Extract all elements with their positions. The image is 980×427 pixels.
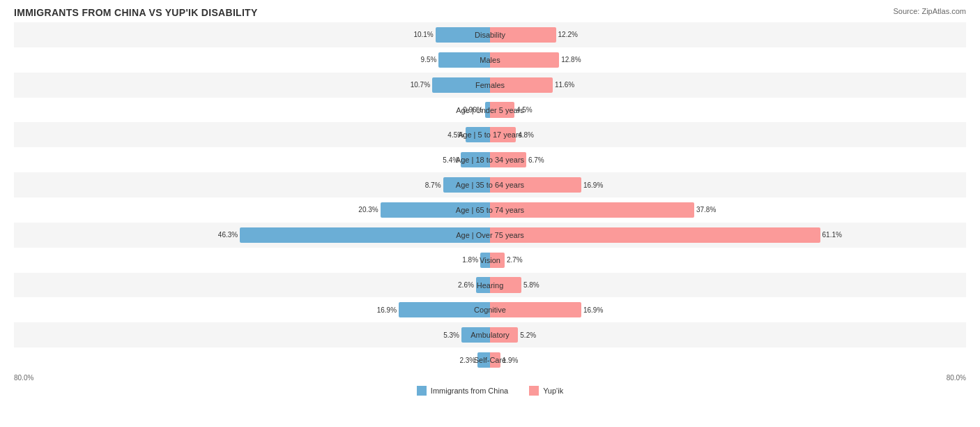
val-yupik: 16.9% <box>583 306 603 314</box>
bar-china <box>381 202 490 218</box>
val-yupik: 12.2% <box>558 31 578 38</box>
yupik-label: Yup'ik <box>543 387 563 395</box>
china-label: Immigrants from China <box>431 387 508 395</box>
chart-row: 10.7% Females 11.6% <box>14 73 966 98</box>
val-china: 4.5% <box>447 131 464 139</box>
val-china: 2.6% <box>458 281 474 289</box>
bar-yupik <box>490 27 556 43</box>
chart-row: 5.3% Ambulatory 5.2% <box>14 322 966 347</box>
val-yupik: 6.7% <box>528 156 544 164</box>
axis-left: 80.0% <box>14 374 33 382</box>
bar-yupik <box>490 352 500 368</box>
bar-china <box>476 277 490 292</box>
legend-china: Immigrants from China <box>417 386 508 396</box>
val-yupik: 1.9% <box>503 357 519 364</box>
bar-china <box>399 302 490 317</box>
val-yupik: 5.8% <box>523 281 539 289</box>
bar-yupik <box>490 177 581 193</box>
val-china: 46.3% <box>218 231 238 239</box>
yupik-swatch <box>529 386 539 396</box>
val-yupik: 12.8% <box>561 56 581 63</box>
bar-yupik <box>490 152 526 167</box>
chart-row: 5.4% Age | 18 to 34 years 6.7% <box>14 147 966 172</box>
bar-yupik <box>490 302 581 317</box>
val-yupik: 37.8% <box>696 206 716 214</box>
bar-yupik <box>490 253 505 268</box>
val-yupik: 4.8% <box>518 131 534 139</box>
chart-title: IMMIGRANTS FROM CHINA VS YUP'IK DISABILI… <box>14 7 966 18</box>
chart-row: 2.6% Hearing 5.8% <box>14 273 966 298</box>
bar-china <box>477 352 490 368</box>
val-china: 16.9% <box>377 306 397 314</box>
chart-row: 10.1% Disability 12.2% <box>14 22 966 47</box>
bar-yupik <box>490 77 553 93</box>
bar-yupik <box>490 202 694 218</box>
legend-yupik: Yup'ik <box>529 386 563 396</box>
val-china: 0.96% <box>463 106 482 114</box>
val-china: 1.8% <box>462 256 478 264</box>
val-yupik: 61.1% <box>822 231 842 239</box>
val-yupik: 16.9% <box>583 181 603 189</box>
val-china: 5.3% <box>443 331 459 339</box>
val-yupik: 4.5% <box>516 106 533 114</box>
bottom-section: 80.0% 80.0% Immigrants from China Yup'ik <box>14 373 966 396</box>
bar-china <box>240 227 490 243</box>
val-china: 10.1% <box>413 31 433 38</box>
bar-yupik <box>490 127 516 142</box>
bar-china <box>436 27 490 43</box>
legend: Immigrants from China Yup'ik <box>14 386 966 396</box>
chart-row: 1.8% Vision 2.7% <box>14 248 966 273</box>
bar-china <box>461 152 490 167</box>
chart-area: 10.1% Disability 12.2% 9.5% Males 12.8% <box>14 22 966 373</box>
chart-container: IMMIGRANTS FROM CHINA VS YUP'IK DISABILI… <box>0 0 980 427</box>
bar-china <box>485 102 490 117</box>
bar-yupik <box>490 327 518 343</box>
chart-row: 4.5% Age | 5 to 17 years 4.8% <box>14 122 966 147</box>
bar-yupik <box>490 277 521 292</box>
val-china: 20.3% <box>358 206 378 214</box>
bar-china <box>480 253 490 268</box>
bar-yupik <box>490 52 559 68</box>
val-yupik: 11.6% <box>555 81 574 89</box>
val-china: 2.3% <box>459 357 475 364</box>
chart-row: 16.9% Cognitive 16.9% <box>14 297 966 322</box>
bar-china <box>438 52 490 68</box>
bar-china <box>443 177 490 193</box>
chart-row: 8.7% Age | 35 to 64 years 16.9% <box>14 172 966 197</box>
val-yupik: 5.2% <box>520 331 536 339</box>
bar-china <box>461 327 490 343</box>
val-yupik: 2.7% <box>507 256 523 264</box>
val-china: 8.7% <box>425 181 441 189</box>
chart-row: 9.5% Males 12.8% <box>14 47 966 73</box>
bar-yupik <box>490 227 820 243</box>
val-china: 9.5% <box>421 56 437 63</box>
axis-labels: 80.0% 80.0% <box>14 373 966 383</box>
val-china: 5.4% <box>443 156 459 164</box>
source-label: Source: ZipAtlas.com <box>893 7 966 15</box>
bar-yupik <box>490 102 514 117</box>
chart-row: 46.3% Age | Over 75 years 61.1% <box>14 223 966 248</box>
bar-china <box>432 77 490 93</box>
china-swatch <box>417 386 427 396</box>
val-china: 10.7% <box>411 81 430 89</box>
chart-row: 0.96% Age | Under 5 years 4.5% <box>14 98 966 123</box>
chart-row: 20.3% Age | 65 to 74 years 37.8% <box>14 197 966 223</box>
axis-right: 80.0% <box>947 374 966 382</box>
bar-china <box>466 127 490 142</box>
chart-row: 2.3% Self-Care 1.9% <box>14 347 966 373</box>
